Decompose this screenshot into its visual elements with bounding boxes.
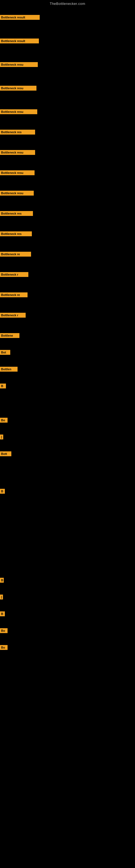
bottleneck-result-bar: B bbox=[0, 611, 5, 616]
site-title: TheBottlenecker.com bbox=[0, 0, 135, 7]
bottleneck-result-bar: Bottleneck resu bbox=[0, 109, 37, 114]
bottleneck-result-bar: B bbox=[0, 489, 5, 494]
bottleneck-result-bar: Bo bbox=[0, 645, 8, 650]
bottleneck-result-bar: Bottleneck result bbox=[0, 15, 40, 20]
bottleneck-result-bar: Bottleneck resu bbox=[0, 62, 38, 67]
bottleneck-result-bar: Bottleneck res bbox=[0, 231, 32, 236]
bottleneck-result-bar: Bottleneck resu bbox=[0, 86, 37, 91]
bottleneck-result-bar: Bottleneck res bbox=[0, 130, 35, 134]
bottleneck-result-bar: Bottleneck res bbox=[0, 211, 33, 216]
bottleneck-result-bar: Bottleneck resu bbox=[0, 191, 34, 195]
bottleneck-result-bar: Bottleneck r bbox=[0, 313, 26, 318]
bottleneck-result-bar: Bo bbox=[0, 418, 8, 423]
bottleneck-result-bar: B bbox=[0, 383, 6, 389]
bottleneck-result-bar: Bott bbox=[0, 452, 11, 456]
bottleneck-result-bar: Bottleneck result bbox=[0, 38, 39, 43]
bottleneck-result-bar: Bottlene bbox=[0, 333, 19, 338]
bottleneck-result-bar: Bo bbox=[0, 628, 8, 633]
bottleneck-result-bar: Bot bbox=[0, 350, 10, 355]
bottleneck-result-bar: Bottleneck re bbox=[0, 292, 28, 297]
bottleneck-result-bar: Bottleneck re bbox=[0, 252, 31, 257]
bottleneck-result-bar: Bottlen bbox=[0, 367, 17, 372]
bottleneck-result-bar: Bottleneck r bbox=[0, 272, 28, 277]
bottleneck-result-bar: B bbox=[0, 578, 4, 583]
bottleneck-result-bar: | bbox=[0, 595, 3, 599]
bottleneck-result-bar: Bottleneck resu bbox=[0, 150, 35, 155]
bottleneck-result-bar: | bbox=[0, 435, 3, 439]
bottleneck-result-bar: Bottleneck resu bbox=[0, 170, 35, 175]
